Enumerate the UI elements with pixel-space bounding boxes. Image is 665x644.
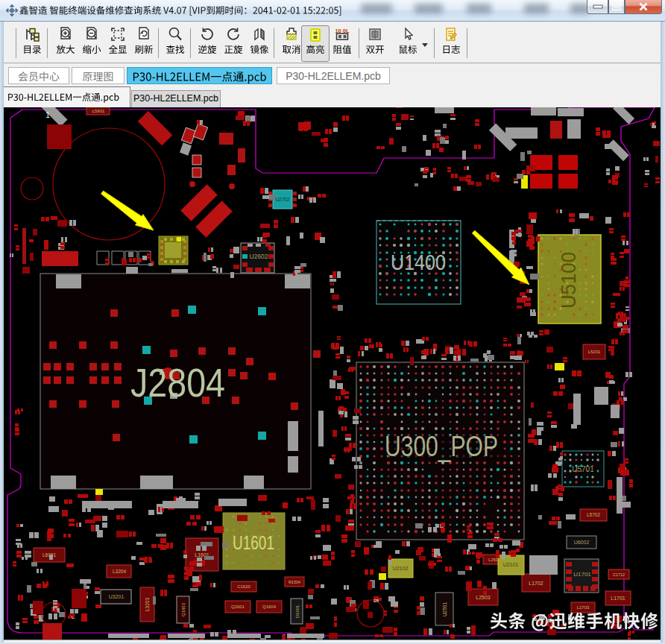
- svg-text:U3201: U3201: [109, 594, 125, 599]
- svg-text:Q1601: Q1601: [231, 604, 245, 609]
- svg-text:L1702: L1702: [529, 581, 543, 586]
- svg-text:L5702: L5702: [587, 512, 600, 517]
- svg-text:U6002: U6002: [574, 540, 590, 545]
- svg-text:C1712: C1712: [613, 572, 625, 577]
- svg-text:R1504: R1504: [289, 580, 300, 584]
- svg-text:Q1603: Q1603: [181, 602, 186, 616]
- svg-text:U2702: U2702: [275, 197, 290, 202]
- svg-text:L2503: L2503: [476, 595, 491, 600]
- svg-text:U1701: U1701: [573, 571, 591, 578]
- svg-text:1: 1: [45, 110, 50, 119]
- svg-text:L3203: L3203: [145, 598, 150, 611]
- svg-text:U1400: U1400: [391, 250, 446, 274]
- svg-text:U2501: U2501: [442, 602, 447, 617]
- svg-text:U1601: U1601: [233, 532, 274, 553]
- svg-text:U2102: U2102: [393, 566, 409, 571]
- svg-text:L1703: L1703: [577, 605, 590, 610]
- svg-text:10 0L: 10 0L: [335, 28, 350, 34]
- svg-text:U300_POP: U300_POP: [385, 431, 498, 462]
- svg-text:U5100: U5100: [558, 252, 580, 309]
- svg-text:Q1604: Q1604: [262, 604, 277, 609]
- svg-text:D1601: D1601: [295, 604, 300, 618]
- svg-text:L5901: L5901: [92, 109, 105, 113]
- svg-text:U2602: U2602: [249, 253, 268, 260]
- svg-text:C1620: C1620: [237, 584, 250, 589]
- svg-text:L1701: L1701: [611, 596, 625, 601]
- svg-text:L5201: L5201: [588, 350, 601, 354]
- svg-text:U2101: U2101: [503, 562, 519, 567]
- svg-text:L3204: L3204: [113, 569, 126, 574]
- svg-text:J2804: J2804: [130, 360, 225, 405]
- svg-text:U5701: U5701: [572, 465, 594, 473]
